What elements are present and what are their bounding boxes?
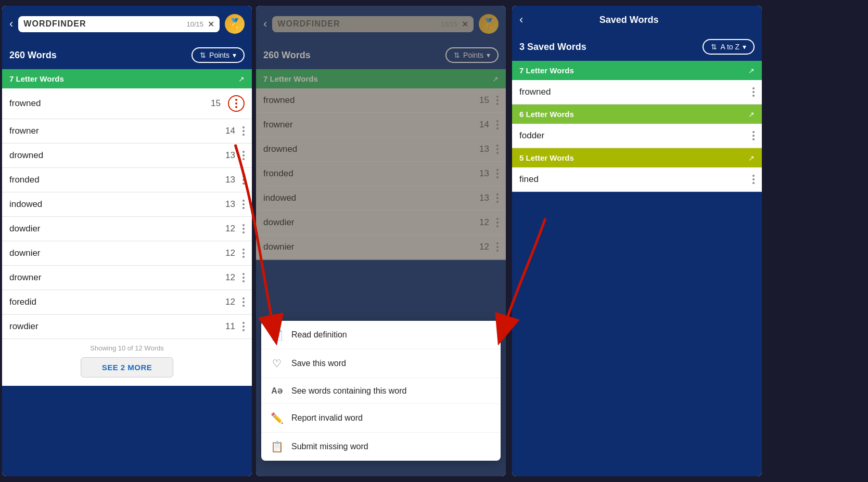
word-score: 13 [479,193,489,203]
right-sort-icon: ⇅ [711,43,717,51]
word-menu[interactable] [496,145,499,154]
word-text: indowed [263,193,479,203]
middle-clear-button[interactable]: ✕ [462,19,468,29]
table-row: frowned [512,80,762,105]
table-row: frowner 14 [256,113,506,137]
left-search-text: WORDFINDER [23,19,182,29]
report-label: Report invalid word [291,413,363,423]
table-row: downier 12 [256,235,506,260]
word-menu[interactable] [242,200,245,209]
word-menu[interactable] [242,175,245,185]
word-score: 12 [479,242,489,252]
word-text: dowdier [263,217,479,228]
word-score: 14 [225,126,235,136]
word-menu[interactable] [242,273,245,282]
word-text: indowed [9,199,225,210]
table-row: frowner 14 [2,119,252,144]
word-menu[interactable] [242,297,245,307]
right-spacer [512,192,762,476]
save-word-icon: ♡ [271,357,283,370]
word-text: dowdier [9,224,225,234]
middle-sort-chevron: ▾ [487,51,490,59]
word-menu[interactable] [496,169,499,178]
left-sort-label: Points [209,51,229,59]
word-text: drowner [9,272,225,283]
table-row: foredid 12 [2,290,252,315]
middle-section-icon: ↗ [492,75,499,83]
word-text: frowned [9,98,211,109]
report-icon: ✏️ [271,412,283,424]
word-score: 13 [225,150,235,161]
word-score: 11 [225,321,235,332]
left-clear-button[interactable]: ✕ [208,19,214,29]
table-row: dowdier 12 [256,211,506,235]
word-menu[interactable] [242,151,245,160]
context-menu-item-report[interactable]: ✏️ Report invalid word [261,404,501,433]
word-text: fined [519,174,752,185]
show-more-area: Showing 10 of 12 Words SEE 2 MORE [2,339,252,386]
word-text: frowner [9,126,225,136]
word-text: frowned [263,95,479,106]
read-definition-icon: 📄 [271,329,283,341]
word-menu[interactable] [242,322,245,331]
left-header: ‹ WORDFINDER 10/15 ✕ 🥇 [2,6,252,42]
word-score: 15 [479,95,489,106]
left-back-button[interactable]: ‹ [9,18,13,30]
middle-search-text: WORDFINDER [277,19,436,29]
right-section-5letter-title: 5 Letter Words [519,153,574,162]
middle-search-count: 10/15 [440,20,457,28]
submit-icon: 📋 [271,440,283,453]
word-menu[interactable] [496,193,499,203]
left-words-count: 260 Words [9,50,57,61]
middle-section-title: 7 Letter Words [263,74,318,83]
word-text: fodder [519,131,752,141]
word-text: fronded [9,175,225,185]
context-menu-item-save[interactable]: ♡ Save this word [261,349,501,378]
word-menu[interactable] [496,120,499,129]
word-menu[interactable] [242,249,245,258]
middle-sort-button[interactable]: ⇅ Points ▾ [445,47,499,63]
table-row: fronded 13 [2,168,252,192]
table-row: fodder [512,124,762,148]
middle-search-bar: WORDFINDER 10/15 ✕ [272,16,474,32]
right-back-button[interactable]: ‹ [519,14,523,25]
word-text: downier [263,242,479,252]
word-menu[interactable] [496,242,499,252]
word-score: 12 [225,272,235,283]
word-text: drowned [263,144,479,154]
table-row: frowned 15 [256,88,506,113]
middle-sort-label: Points [463,51,483,59]
right-sort-button[interactable]: ⇅ A to Z ▾ [703,39,755,55]
word-text: fronded [263,168,479,179]
word-menu[interactable] [752,87,755,97]
word-menu-circled[interactable] [228,95,245,112]
word-menu[interactable] [752,131,755,140]
left-sort-button[interactable]: ⇅ Points ▾ [192,47,245,63]
middle-back-button[interactable]: ‹ [263,18,267,30]
table-row: indowed 13 [2,192,252,217]
table-row: drowned 13 [2,144,252,168]
word-menu[interactable] [242,224,245,233]
right-section-7letter-title: 7 Letter Words [519,66,574,75]
word-menu[interactable] [242,126,245,136]
right-header: ‹ Saved Words [512,6,762,34]
context-menu-item-read[interactable]: 📄 Read definition [261,321,501,349]
right-header-title: Saved Words [599,15,659,25]
context-menu-item-containing[interactable]: Aə See words containing this word [261,378,501,404]
showing-text: Showing 10 of 12 Words [9,344,245,352]
word-text: rowdier [9,321,225,332]
word-menu[interactable] [496,96,499,105]
word-menu[interactable] [752,175,755,184]
context-menu-item-submit[interactable]: 📋 Submit missing word [261,433,501,461]
read-definition-label: Read definition [291,330,347,340]
right-section-6letter-icon: ↗ [748,110,755,119]
see-more-button[interactable]: SEE 2 MORE [81,357,174,377]
right-section-5letter: 5 Letter Words ↗ [512,148,762,167]
middle-words-count: 260 Words [263,50,311,61]
word-score: 14 [479,120,489,130]
word-score: 12 [225,248,235,258]
right-section-5letter-icon: ↗ [748,154,755,162]
word-menu[interactable] [496,218,499,227]
table-row: drowned 13 [256,137,506,162]
table-row: frowned 15 [2,88,252,119]
